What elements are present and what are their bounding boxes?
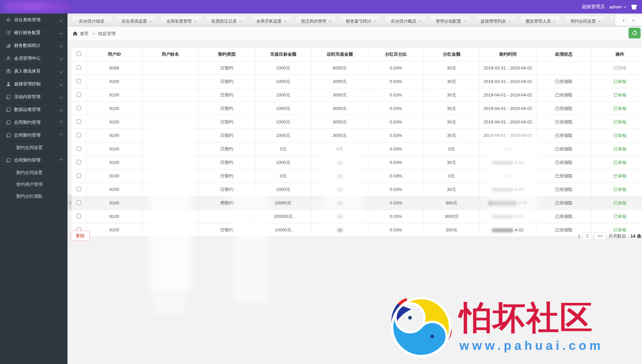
- cell-action: 已审核: [592, 88, 642, 102]
- row-checkbox[interactable]: [77, 79, 81, 83]
- tab-7[interactable]: 后台统计概况×: [384, 17, 428, 26]
- tab-bar: 后台统计描述后台系统设置×全局彩票管理×彩票投注记录×全局开奖设置×投注风控管理…: [68, 13, 642, 27]
- cell-checkbox: [71, 129, 87, 142]
- tab-close-icon[interactable]: ×: [329, 20, 331, 24]
- contracts-table: 用户ID用户姓名契约类型充值目标金额达到充值金额分红百分比分红金额签约时间处理状…: [71, 47, 642, 237]
- cell-user-id: 9089: [87, 61, 142, 75]
- row-checkbox[interactable]: [77, 92, 81, 97]
- tab-scroll-right-icon[interactable]: ›: [633, 18, 634, 23]
- sidebar-item-10[interactable]: 合同契约管理: [0, 154, 68, 167]
- row-checkbox[interactable]: [77, 65, 81, 70]
- action-status-approved[interactable]: 已审核: [613, 119, 626, 124]
- tab-6[interactable]: 财务盈亏统计×: [339, 17, 383, 26]
- delete-button[interactable]: 删除: [71, 231, 90, 241]
- sidebar-item-5[interactable]: 超级管理控制: [0, 78, 68, 90]
- sidebar-item-7[interactable]: 数据运维管理: [0, 103, 68, 116]
- sidebar-item-2[interactable]: 财务数据统计: [0, 39, 68, 52]
- row-checkbox[interactable]: [77, 133, 81, 137]
- theme-skin-icon[interactable]: [631, 4, 637, 10]
- tab-11[interactable]: 契约合同设置×: [563, 17, 608, 26]
- cell-checkbox: [71, 210, 87, 223]
- row-checkbox[interactable]: [77, 146, 81, 151]
- tab-4[interactable]: 全局开奖设置×: [249, 17, 293, 26]
- sidebar-item-6[interactable]: 活动内容管理: [0, 90, 68, 103]
- row-checkbox[interactable]: [77, 187, 81, 191]
- tab-2[interactable]: 全局彩票管理×: [159, 17, 204, 26]
- sidebar-subitem[interactable]: 签约用户管理: [0, 178, 68, 190]
- row-checkbox[interactable]: [77, 173, 81, 178]
- page-button-1[interactable]: 1: [578, 233, 580, 239]
- sidebar-subitem[interactable]: 契约合同设置: [0, 142, 68, 153]
- breadcrumb-home[interactable]: 首页: [80, 31, 89, 37]
- refresh-button[interactable]: [628, 28, 641, 38]
- sidebar-item-8[interactable]: 合同契约管理: [0, 116, 68, 129]
- tab-close-icon[interactable]: ×: [239, 20, 241, 24]
- tab-close-icon[interactable]: ×: [284, 20, 286, 24]
- tab-10[interactable]: 股东管理人员×: [518, 17, 563, 26]
- sidebar-item-3[interactable]: 会员管理中心: [0, 52, 68, 65]
- table-row: 9100日契约10000元0.03%300元4-02已经领取已审核: [71, 223, 642, 237]
- tab-close-icon[interactable]: ×: [553, 20, 556, 24]
- cell-target-amount: 1000元: [255, 156, 312, 169]
- cell-target-amount: 20000元: [255, 196, 312, 210]
- column-header: 达到充值金额: [312, 48, 368, 61]
- total-records-label: 共有数据：14条: [609, 233, 641, 239]
- tab-close-icon[interactable]: ×: [598, 20, 600, 24]
- sidebar-item-1[interactable]: 银行财务配置: [0, 26, 68, 39]
- action-status-approved[interactable]: 已审核: [613, 173, 626, 178]
- cell-process-status: 已经领取: [536, 210, 592, 223]
- cell-dividend-amount: 30元: [424, 75, 480, 88]
- tab-8[interactable]: 管理分组配置×: [429, 17, 473, 26]
- action-status-approved[interactable]: 已审核: [613, 133, 626, 138]
- tab-1[interactable]: 后台系统设置×: [114, 17, 159, 26]
- tab-close-icon[interactable]: ×: [508, 20, 511, 24]
- cell-checkbox: [71, 142, 87, 156]
- action-status-approved[interactable]: 已审核: [613, 146, 626, 151]
- user-menu[interactable]: admin: [609, 4, 626, 9]
- action-status-approved[interactable]: 已审核: [613, 160, 626, 165]
- row-checkbox[interactable]: [77, 160, 81, 164]
- topbar: 超级管理员 admin: [0, 0, 642, 13]
- cell-checkbox: [71, 61, 87, 75]
- tab-5[interactable]: 投注风控管理×: [294, 17, 338, 26]
- action-status-approved[interactable]: 已审核: [613, 92, 626, 97]
- tab-3[interactable]: 彩票投注记录×: [204, 17, 248, 26]
- tab-9[interactable]: 超级管理列表×: [474, 17, 518, 26]
- tab-scroll-left-icon[interactable]: ‹: [623, 18, 624, 23]
- page-button->>[interactable]: >>: [594, 232, 606, 240]
- sidebar-item-9[interactable]: 合同契约管理: [0, 129, 68, 142]
- tab-close-icon[interactable]: ×: [149, 20, 152, 24]
- tab-close-icon[interactable]: ×: [419, 20, 421, 24]
- sidebar-item-0[interactable]: 后台系统管理: [0, 13, 68, 26]
- table-row: 9100周契约20000元0.03%600元4-08已经领取已审核: [71, 196, 642, 210]
- sidebar-item-label: 数据运维管理: [14, 107, 41, 113]
- tab-close-icon[interactable]: ×: [374, 20, 376, 24]
- page-button-2[interactable]: 2: [583, 232, 592, 240]
- cell-reached-amount: [312, 156, 368, 169]
- sidebar-subitem[interactable]: 契约合同设置: [0, 167, 68, 178]
- tab-close-icon[interactable]: ×: [194, 20, 196, 24]
- row-checkbox[interactable]: [77, 119, 81, 124]
- action-status-approved[interactable]: 已审核: [613, 214, 626, 219]
- sidebar-item-4[interactable]: 真人视讯体育: [0, 65, 68, 78]
- row-checkbox[interactable]: [77, 106, 81, 110]
- censor-blur: [154, 293, 184, 313]
- row-checkbox[interactable]: [77, 214, 81, 218]
- action-status-approved[interactable]: 已审核: [613, 200, 626, 205]
- tab-close-icon[interactable]: ×: [463, 20, 466, 24]
- cell-contract-type: 日契约: [199, 169, 255, 183]
- cell-checkbox: [71, 102, 87, 115]
- cell-user-name: [142, 115, 199, 129]
- cell-user-id: 9100: [87, 102, 142, 115]
- row-checkbox[interactable]: [77, 200, 81, 205]
- select-all-checkbox[interactable]: [77, 52, 81, 56]
- action-status-approved[interactable]: 已审核: [613, 227, 626, 232]
- cell-target-amount: 1000元: [255, 183, 312, 196]
- action-status-approved[interactable]: 已审核: [613, 106, 626, 111]
- action-status-approved[interactable]: 已审核: [613, 187, 626, 192]
- cell-checkbox: [71, 196, 87, 210]
- action-status-approved[interactable]: 已审核: [613, 79, 626, 84]
- sidebar-collapse-handle[interactable]: [68, 195, 72, 211]
- tab-0[interactable]: 后台统计描述: [70, 17, 114, 26]
- sidebar-subitem[interactable]: 契约分红领取: [0, 190, 68, 202]
